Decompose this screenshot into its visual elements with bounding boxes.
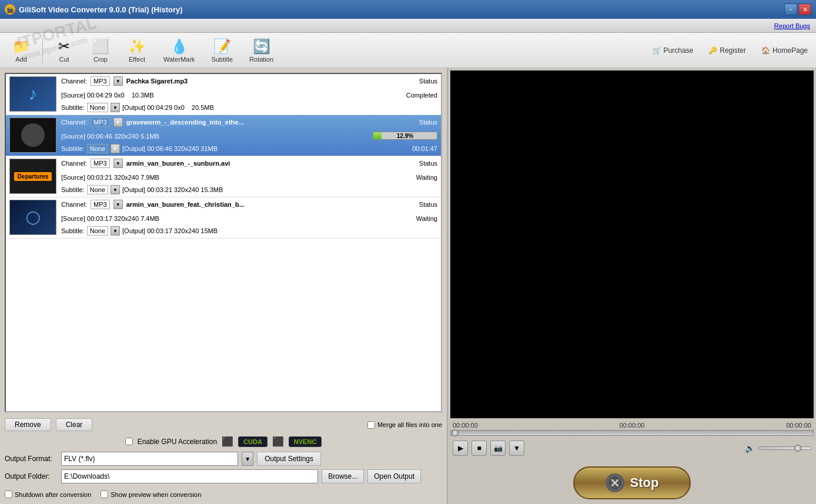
status-completed: Completed bbox=[406, 92, 437, 99]
channel-label: Channel: bbox=[61, 160, 87, 167]
subtitle-dropdown[interactable]: ▼ bbox=[111, 185, 120, 194]
channel-dropdown[interactable]: ▼ bbox=[113, 117, 123, 127]
seekbar-thumb[interactable] bbox=[452, 429, 459, 436]
close-button[interactable]: ✕ bbox=[798, 4, 811, 15]
volume-thumb[interactable] bbox=[794, 445, 801, 452]
clear-button[interactable]: Clear bbox=[56, 418, 93, 431]
output-settings-button[interactable]: Output Settings bbox=[257, 452, 321, 466]
output-size: 20.5MB bbox=[192, 104, 214, 111]
output-folder-row: Output Folder: Browse... Open Output bbox=[5, 469, 442, 483]
channel-dropdown[interactable]: ▼ bbox=[113, 76, 123, 86]
subtitle-label: Subtitle bbox=[211, 56, 233, 63]
channel-dropdown[interactable]: ▼ bbox=[113, 200, 123, 209]
cut-icon: ✂ bbox=[58, 38, 70, 55]
source-info: [Source] 00:04:29 0x0 bbox=[61, 92, 125, 99]
file-controls-row: Channel: MP3 ▼ armin_van_buuren_-_sunbur… bbox=[61, 159, 437, 168]
shutdown-checkbox[interactable] bbox=[5, 490, 12, 498]
app-title: GiliSoft Video Converter 9.0.0 (Trial) (… bbox=[19, 5, 183, 14]
timecode-start: 00:00:00 bbox=[453, 422, 478, 429]
subtitle-value: None bbox=[87, 185, 108, 194]
register-label: Register bbox=[720, 46, 746, 55]
channel-dropdown[interactable]: ▼ bbox=[113, 159, 123, 168]
remove-button[interactable]: Remove bbox=[5, 418, 51, 431]
watermark-label: WaterMark bbox=[163, 56, 195, 63]
subtitle-dropdown[interactable]: ▼ bbox=[111, 103, 120, 112]
report-bugs-link[interactable]: Report Bugs bbox=[774, 22, 810, 29]
video-preview bbox=[450, 70, 814, 418]
status-label: Status bbox=[419, 78, 437, 85]
register-icon: 🔑 bbox=[708, 46, 717, 55]
subtitle-dropdown[interactable]: ▼ bbox=[111, 226, 120, 236]
open-output-button[interactable]: Open Output bbox=[367, 469, 421, 483]
homepage-button[interactable]: 🏠 HomePage bbox=[757, 44, 812, 57]
channel-label: Channel: bbox=[61, 201, 87, 208]
cut-label: Cut bbox=[59, 56, 69, 63]
shutdown-checkbox-label[interactable]: Shutdown after conversion bbox=[5, 490, 91, 498]
stop-button[interactable]: Stop bbox=[573, 466, 691, 499]
subtitle-icon: 📝 bbox=[213, 38, 231, 55]
file-name: armin_van_buuren_-_sunburn.avi bbox=[126, 160, 416, 167]
status-label: Status bbox=[419, 160, 437, 167]
toolbar-separator-1 bbox=[42, 38, 43, 63]
toolbar-add-button[interactable]: 📁 Add bbox=[4, 35, 39, 66]
gpu-checkbox[interactable] bbox=[125, 438, 133, 445]
format-input[interactable] bbox=[61, 452, 238, 466]
status-waiting: Waiting bbox=[416, 174, 437, 181]
minimize-button[interactable]: − bbox=[784, 4, 797, 15]
app-icon: 🎬 bbox=[5, 4, 15, 15]
effect-icon: ✨ bbox=[128, 38, 146, 55]
screenshot-button[interactable]: 📷 bbox=[490, 441, 506, 456]
format-dropdown[interactable]: ▼ bbox=[242, 452, 253, 466]
right-panel: 00:00:00 00:00:00 00:00:00 ▶ ■ 📷 ▼ 🔊 bbox=[447, 68, 816, 504]
subtitle-label: Subtitle: bbox=[61, 186, 85, 193]
toolbar-subtitle-button[interactable]: 📝 Subtitle bbox=[203, 35, 240, 66]
merge-checkbox[interactable] bbox=[367, 421, 375, 429]
table-row: ♪ Channel: MP3 ▼ Pachka Sigaret.mp3 Stat… bbox=[6, 74, 441, 115]
nvidia-icon-2: ⬛ bbox=[272, 436, 284, 447]
channel-value: MP3 bbox=[91, 159, 110, 168]
merge-label: Merge all files into one bbox=[377, 421, 442, 428]
time-remaining: 00:01:47 bbox=[412, 145, 437, 152]
homepage-label: HomePage bbox=[772, 46, 808, 55]
main-content: ♪ Channel: MP3 ▼ Pachka Sigaret.mp3 Stat… bbox=[0, 68, 816, 504]
subtitle-label: Subtitle: bbox=[61, 227, 85, 234]
file-thumbnail: ♪ bbox=[9, 76, 56, 112]
stop-video-button[interactable]: ■ bbox=[471, 441, 487, 456]
toolbar-cut-button[interactable]: ✂ Cut bbox=[46, 35, 82, 66]
file-info: Channel: MP3 ▼ armin_van_buuren_-_sunbur… bbox=[61, 159, 437, 194]
output-area: Output Format: ▼ Output Settings Output … bbox=[5, 449, 442, 489]
folder-input[interactable] bbox=[61, 469, 318, 483]
toolbar-rotation-button[interactable]: 🔄 Rotation bbox=[242, 35, 281, 66]
toolbar-crop-button[interactable]: ⬜ Crop bbox=[83, 35, 118, 66]
volume-slider[interactable] bbox=[758, 446, 811, 450]
source-size: 10.3MB bbox=[132, 92, 154, 99]
file-thumbnail: Departures bbox=[9, 159, 56, 194]
channel-value: MP3 bbox=[91, 117, 110, 127]
register-button[interactable]: 🔑 Register bbox=[704, 44, 751, 57]
nvenc-badge: NVENC bbox=[289, 436, 322, 447]
output-info: [Output] 00:03:17 320x240 15MB bbox=[122, 227, 218, 234]
video-timecodes: 00:00:00 00:00:00 00:00:00 bbox=[450, 422, 814, 429]
add-icon: 📁 bbox=[12, 38, 30, 55]
timecode-end: 00:00:00 bbox=[786, 422, 811, 429]
toolbar-effect-button[interactable]: ✨ Effect bbox=[119, 35, 155, 66]
subtitle-row: Subtitle: None ▼ [Output] 00:04:29 0x0 2… bbox=[61, 103, 437, 112]
file-list[interactable]: ♪ Channel: MP3 ▼ Pachka Sigaret.mp3 Stat… bbox=[5, 73, 442, 412]
file-controls-row: Channel: MP3 ▼ armin_van_buuren_feat._ch… bbox=[61, 200, 437, 209]
play-button[interactable]: ▶ bbox=[453, 441, 468, 456]
screenshot-dropdown[interactable]: ▼ bbox=[509, 441, 524, 456]
preview-checkbox[interactable] bbox=[101, 490, 108, 498]
crop-icon: ⬜ bbox=[92, 38, 109, 55]
file-thumbnail: ◯ bbox=[9, 200, 56, 235]
toolbar-watermark-button[interactable]: 💧 WaterMark bbox=[156, 35, 202, 66]
purchase-button[interactable]: 🛒 Purchase bbox=[648, 44, 698, 57]
file-info: Channel: MP3 ▼ graveworm_-_descending_in… bbox=[61, 117, 437, 153]
preview-checkbox-label[interactable]: Show preview when conversion bbox=[101, 490, 201, 498]
effect-label: Effect bbox=[129, 56, 145, 63]
subtitle-row: Subtitle: None ▼ [Output] 00:03:21 320x2… bbox=[61, 185, 437, 194]
subtitle-value: None bbox=[87, 103, 108, 112]
subtitle-dropdown[interactable]: ▼ bbox=[111, 144, 120, 153]
video-seekbar[interactable] bbox=[450, 430, 814, 436]
channel-label: Channel: bbox=[61, 119, 87, 126]
browse-button[interactable]: Browse... bbox=[322, 469, 364, 483]
